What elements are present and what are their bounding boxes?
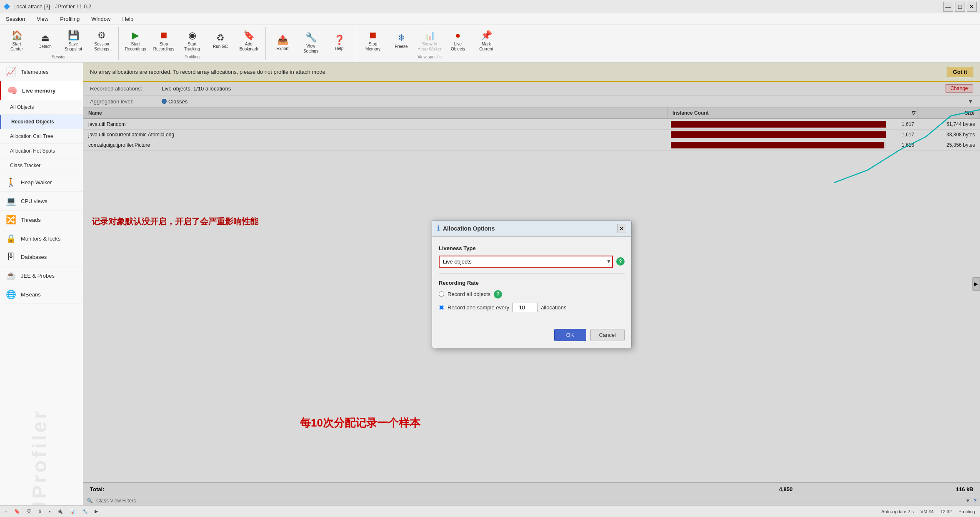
liveness-select-wrap: Live objects All objects Instances ▼ [439,256,613,268]
live-objects-label: LiveObjects [451,42,465,52]
sidebar-item-class-tracker[interactable]: Class Tracker [0,158,83,173]
stop-memory-button[interactable]: ⏹ StopMemory [360,28,386,54]
status-icon-4: 📊 [70,509,75,514]
ok-button[interactable]: OK [554,329,586,341]
show-in-heap-walker-label: Show InHeap Walker [418,42,441,52]
sidebar-item-live-memory[interactable]: 🧠 Live memory [0,81,83,100]
sidebar-item-databases[interactable]: 🗄 Databases [0,248,83,266]
status-icon-2: 🔖 [14,509,20,514]
sidebar-item-threads[interactable]: 🔀 Threads [0,211,83,229]
liveness-select[interactable]: Live objects All objects Instances [439,256,613,268]
mark-current-icon: 📌 [481,30,492,41]
start-recordings-icon: ▶ [132,30,139,41]
modal-title-label: Allocation Options [443,225,495,232]
session-settings-button[interactable]: ⚙ SessionSettings [88,28,115,54]
mark-current-label: MarkCurrent [479,42,493,52]
live-objects-button[interactable]: ● LiveObjects [445,28,471,54]
session-settings-icon: ⚙ [98,30,106,41]
sidebar-item-jee-probes[interactable]: ☕ JEE & Probes [0,266,83,285]
menu-session[interactable]: Session [3,14,28,24]
menu-profiling[interactable]: Profiling [58,14,82,24]
recording-rate-label: Recording Rate [439,280,625,286]
help-label: Help [335,46,344,51]
sidebar-watermark: JProfiler [28,409,51,505]
modal-body: Liveness Type Live objects All objects I… [432,237,631,325]
start-recordings-button[interactable]: ▶ StartRecordings [122,28,149,54]
radio-all-objects[interactable] [439,291,444,297]
sidebar-item-live-memory-label: Live memory [22,88,55,94]
recording-rate-help-icon[interactable]: ? [494,290,502,299]
cancel-button[interactable]: Cancel [590,329,625,341]
status-dot: • [49,509,51,514]
sidebar-item-telemetries[interactable]: 📈 Telemetries [0,63,83,81]
mark-current-button[interactable]: 📌 MarkCurrent [473,28,500,54]
toolbar: 🏠 StartCenter ⏏ Detach 💾 SaveSnapshot ⚙ … [0,25,980,63]
sample-value-input[interactable] [512,303,538,312]
sidebar-item-monitors-locks[interactable]: 🔒 Monitors & locks [0,229,83,248]
modal-close-button[interactable]: ✕ [617,224,626,233]
stop-memory-icon: ⏹ [368,30,378,41]
run-gc-label: Run GC [213,44,228,49]
maximize-button[interactable]: □ [955,2,965,12]
sidebar-item-mbeans[interactable]: 🌐 MBeans [0,285,83,304]
toolbar-group-view-specific: ⏹ StopMemory ❄ Freeze 📊 Show InHeap Walk… [356,27,503,60]
minimize-button[interactable]: — [943,2,953,12]
sidebar-item-all-objects[interactable]: All Objects [0,100,83,115]
menu-window[interactable]: Window [89,14,113,24]
heap-walker-icon: 🚶 [5,177,17,187]
save-snapshot-button[interactable]: 💾 SaveSnapshot [60,28,87,54]
sidebar-item-cpu-views-label: CPU views [21,198,48,204]
session-buttons: 🏠 StartCenter ⏏ Detach 💾 SaveSnapshot ⚙ … [3,27,115,55]
run-gc-icon: ♻ [216,33,225,43]
sidebar-item-recorded-objects[interactable]: Recorded Objects [0,115,83,129]
title-bar-left: 🔷 Local attach [3] - JProfiler 11.0.2 [3,3,91,10]
help-icon: ❓ [334,35,345,45]
sidebar-item-cpu-views[interactable]: 💻 CPU views [0,192,83,211]
modal-titlebar: ℹ Allocation Options ✕ [432,221,631,237]
detach-button[interactable]: ⏏ Detach [32,28,58,54]
freeze-button[interactable]: ❄ Freeze [388,28,415,54]
sidebar-item-heap-walker-label: Heap Walker [21,179,52,186]
add-bookmark-button[interactable]: 🔖 AddBookmark [235,28,262,54]
help-button[interactable]: ❓ Help [326,30,352,56]
stop-recordings-label: StopRecordings [153,42,175,52]
liveness-help-icon[interactable]: ? [616,257,625,266]
status-bar: ↕ 🔖 英 文 • 🔌 📊 🔧 ▶ Auto-update 2 s VM #4 … [0,505,980,517]
live-objects-icon: ● [455,30,460,41]
cpu-views-icon: 💻 [5,196,17,206]
threads-icon: 🔀 [5,215,17,225]
mbeans-icon: 🌐 [5,289,17,299]
live-memory-icon: 🧠 [6,85,18,95]
stop-recordings-button[interactable]: ⏹ StopRecordings [150,28,177,54]
run-gc-button[interactable]: ♻ Run GC [207,28,234,54]
start-tracking-button[interactable]: ◉ StartTracking [179,28,205,54]
sidebar-item-monitors-locks-label: Monitors & locks [21,236,60,242]
status-vm: VM #4 [920,509,934,514]
status-bar-right: Auto-update 2 s VM #4 12:32 Profiling [881,509,975,514]
status-icon-1: ↕ [5,509,8,514]
show-in-heap-walker-button[interactable]: 📊 Show InHeap Walker [416,28,443,54]
view-settings-button[interactable]: 🔧 ViewSettings [298,30,324,56]
menu-view[interactable]: View [34,14,51,24]
freeze-label: Freeze [395,44,408,49]
export-icon: 📤 [277,35,288,45]
main-layout: 📈 Telemetries 🧠 Live memory All Objects … [0,63,980,505]
menu-help[interactable]: Help [120,14,136,24]
radio-sample[interactable] [439,305,444,310]
export-button[interactable]: 📤 Export [269,30,296,56]
close-button[interactable]: ✕ [967,2,977,12]
radio-all-objects-row: Record all objects ? [439,290,625,299]
freeze-icon: ❄ [398,33,405,43]
profiling-group-label: Profiling [122,55,262,60]
start-center-button[interactable]: 🏠 StartCenter [3,28,30,54]
status-icon-6: ▶ [95,509,98,514]
sample-suffix-label: allocations [541,304,566,311]
modal-title: ℹ Allocation Options [437,224,495,232]
sidebar-item-allocation-call-tree[interactable]: Allocation Call Tree [0,129,83,144]
save-snapshot-label: SaveSnapshot [65,42,82,52]
sidebar-item-allocation-hot-spots[interactable]: Allocation Hot Spots [0,144,83,158]
allocation-options-dialog: ℹ Allocation Options ✕ Liveness Type Liv… [432,220,632,348]
sidebar-item-heap-walker[interactable]: 🚶 Heap Walker [0,173,83,192]
session-group-label: Session [3,55,115,60]
view-settings-label: ViewSettings [303,44,318,54]
